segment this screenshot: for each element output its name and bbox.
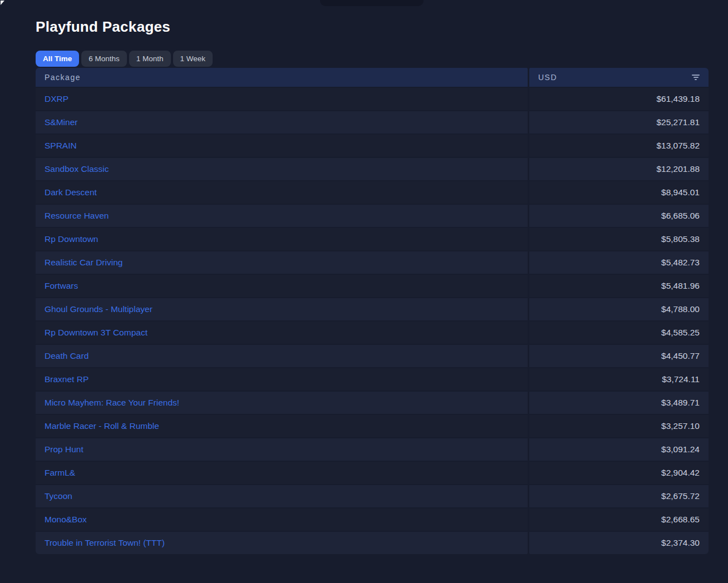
tab-6-months[interactable]: 6 Months (81, 51, 127, 67)
table-row: Micro Mayhem: Race Your Friends! $3,489.… (36, 392, 709, 414)
table-row: Tycoon $2,675.72 (36, 485, 709, 507)
package-link[interactable]: Trouble in Terrorist Town! (TTT) (36, 532, 528, 554)
usd-value: $5,805.38 (529, 228, 709, 250)
table-row: Rp Downtown 3T Compact $4,585.25 (36, 322, 709, 344)
filter-lines-icon[interactable] (692, 75, 700, 80)
package-link[interactable]: Realistic Car Driving (36, 251, 528, 274)
package-link[interactable]: Braxnet RP (36, 368, 528, 391)
main-content: Playfund Packages All Time 6 Months 1 Mo… (36, 18, 709, 554)
package-link[interactable]: Resource Haven (36, 205, 528, 227)
table-row: Prop Hunt $3,091.24 (36, 438, 709, 461)
usd-value: $2,374.30 (529, 532, 709, 554)
package-link[interactable]: Mono&Box (36, 508, 528, 531)
table-row: Sandbox Classic $12,201.88 (36, 158, 709, 180)
package-link[interactable]: Marble Racer - Roll & Rumble (36, 415, 528, 437)
package-link[interactable]: Rp Downtown 3T Compact (36, 322, 528, 344)
usd-value: $5,482.73 (529, 251, 709, 274)
usd-value: $25,271.81 (529, 111, 709, 134)
usd-value: $3,724.11 (529, 368, 709, 391)
package-link[interactable]: Ghoul Grounds - Multiplayer (36, 298, 528, 320)
package-link[interactable]: Fortwars (36, 275, 528, 297)
usd-value: $13,075.82 (529, 135, 709, 157)
usd-value: $4,585.25 (529, 322, 709, 344)
package-link[interactable]: Micro Mayhem: Race Your Friends! (36, 392, 528, 414)
page-title: Playfund Packages (36, 18, 709, 36)
usd-value: $5,481.96 (529, 275, 709, 297)
package-link[interactable]: S&Miner (36, 111, 528, 134)
tab-all-time[interactable]: All Time (36, 51, 79, 67)
usd-value: $3,091.24 (529, 438, 709, 461)
usd-value: $3,489.71 (529, 392, 709, 414)
table-row: Rp Downtown $5,805.38 (36, 228, 709, 250)
cursor-artifact (1, 1, 4, 5)
usd-value: $2,668.65 (529, 508, 709, 531)
table-row: Fortwars $5,481.96 (36, 275, 709, 297)
tab-1-week[interactable]: 1 Week (173, 51, 213, 67)
package-link[interactable]: SPRAIN (36, 135, 528, 157)
time-filter-tabs: All Time 6 Months 1 Month 1 Week (36, 51, 709, 67)
table-row: Dark Descent $8,945.01 (36, 181, 709, 204)
usd-value: $4,788.00 (529, 298, 709, 320)
package-link[interactable]: Prop Hunt (36, 438, 528, 461)
table-row: Mono&Box $2,668.65 (36, 508, 709, 531)
table-body: DXRP $61,439.18 S&Miner $25,271.81 SPRAI… (36, 88, 709, 554)
table-row: DXRP $61,439.18 (36, 88, 709, 110)
table-row: Marble Racer - Roll & Rumble $3,257.10 (36, 415, 709, 437)
package-link[interactable]: DXRP (36, 88, 528, 110)
package-link[interactable]: Death Card (36, 345, 528, 367)
tab-1-month[interactable]: 1 Month (129, 51, 171, 67)
usd-value: $6,685.06 (529, 205, 709, 227)
usd-value: $3,257.10 (529, 415, 709, 437)
usd-value: $2,904.42 (529, 462, 709, 484)
table-row: Realistic Car Driving $5,482.73 (36, 251, 709, 274)
top-notch-bar (320, 0, 424, 6)
usd-value: $4,450.77 (529, 345, 709, 367)
column-header-package-label: Package (45, 73, 81, 82)
package-link[interactable]: Rp Downtown (36, 228, 528, 250)
usd-value: $8,945.01 (529, 181, 709, 204)
usd-value: $61,439.18 (529, 88, 709, 110)
column-header-usd: USD (529, 68, 709, 87)
table-row: Death Card $4,450.77 (36, 345, 709, 367)
package-link[interactable]: Dark Descent (36, 181, 528, 204)
column-header-package: Package (36, 68, 528, 87)
table-header: Package USD (36, 68, 709, 87)
table-row: Resource Haven $6,685.06 (36, 205, 709, 227)
usd-value: $2,675.72 (529, 485, 709, 507)
usd-value: $12,201.88 (529, 158, 709, 180)
column-header-usd-label: USD (538, 73, 557, 82)
table-row: Ghoul Grounds - Multiplayer $4,788.00 (36, 298, 709, 320)
table-row: Braxnet RP $3,724.11 (36, 368, 709, 391)
package-link[interactable]: FarmL& (36, 462, 528, 484)
table-row: SPRAIN $13,075.82 (36, 135, 709, 157)
package-link[interactable]: Tycoon (36, 485, 528, 507)
table-row: S&Miner $25,271.81 (36, 111, 709, 134)
package-link[interactable]: Sandbox Classic (36, 158, 528, 180)
table-row: FarmL& $2,904.42 (36, 462, 709, 484)
table-row: Trouble in Terrorist Town! (TTT) $2,374.… (36, 532, 709, 554)
